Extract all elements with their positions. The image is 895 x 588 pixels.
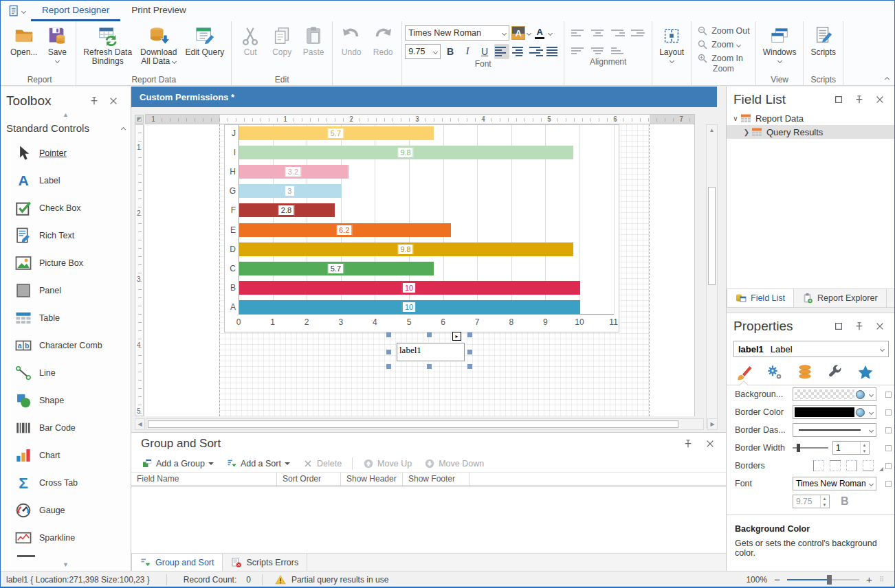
properties-restore-icon[interactable] <box>834 321 843 331</box>
vertical-scrollbar[interactable]: ▲ ▼ <box>706 124 718 428</box>
toolbox-scroll-down-icon[interactable]: ▼ <box>1 561 131 568</box>
font-color-menu[interactable] <box>548 31 553 36</box>
field-list-restore-icon[interactable] <box>834 95 843 104</box>
align-object-middle-icon[interactable] <box>591 45 605 57</box>
app-menu-button[interactable] <box>1 1 31 21</box>
selection-handle[interactable] <box>386 350 391 354</box>
align-left-button[interactable] <box>494 44 509 59</box>
property-checkbox[interactable] <box>885 409 892 416</box>
paste-button[interactable]: Paste <box>298 24 329 58</box>
border-t-button[interactable] <box>830 460 841 471</box>
selection-handle[interactable] <box>386 332 391 337</box>
align-object-top-icon[interactable] <box>571 45 585 57</box>
chevron-down-icon[interactable]: ∨ <box>731 115 740 122</box>
selection-handle[interactable] <box>467 332 472 337</box>
toolbox-item-sparkline[interactable]: Sparkline <box>1 524 131 552</box>
tab-print-preview[interactable]: Print Preview <box>120 1 197 21</box>
properties-pin-icon[interactable] <box>854 321 864 331</box>
properties-close-icon[interactable] <box>875 321 885 331</box>
property-checkbox[interactable] <box>885 463 892 469</box>
panel-splitter[interactable] <box>727 307 895 313</box>
vertical-scroll-thumb[interactable] <box>708 187 716 285</box>
add-a-sort-button[interactable]: Add a Sort <box>221 457 295 471</box>
toolbox-section-standard-controls[interactable]: Standard Controls <box>1 120 131 139</box>
align-object-bottom-icon[interactable] <box>611 45 625 57</box>
layout-wrench-icon[interactable] <box>827 364 843 381</box>
highlight-color-menu[interactable] <box>527 31 531 36</box>
property-checkbox[interactable] <box>885 427 892 433</box>
move-up-button[interactable]: Move Up <box>358 457 417 471</box>
font-family-combo[interactable]: Times New Roman <box>793 477 876 490</box>
border-width-spinner[interactable]: 1▲▼ <box>832 441 870 455</box>
delete-button[interactable]: Delete <box>298 457 346 471</box>
undo-button[interactable]: Undo <box>335 24 367 58</box>
edit-query-button[interactable]: Edit Query <box>181 24 228 58</box>
horizontal-scroll-thumb[interactable] <box>148 420 678 428</box>
selection-handle[interactable] <box>427 332 432 337</box>
border-b-button[interactable] <box>863 460 874 471</box>
selection-handle[interactable] <box>427 364 432 369</box>
border-l-button[interactable] <box>813 460 824 471</box>
column-header-field-name[interactable]: Field Name <box>131 473 277 486</box>
scroll-left-arrow-icon[interactable]: ◀ <box>135 418 145 430</box>
toolbox-item-rich-text[interactable]: Rich Text <box>1 222 131 249</box>
tab-scripts-errors[interactable]: Scripts Errors <box>223 554 307 572</box>
windows-button[interactable]: Windows <box>759 24 801 64</box>
chevron-right-icon[interactable]: ❯ <box>742 128 751 136</box>
underline-button[interactable]: U <box>477 44 492 59</box>
field-list-close-icon[interactable] <box>875 95 885 104</box>
smart-tag-button[interactable]: ▸ <box>452 332 461 341</box>
zoom-out-button[interactable]: Zoom Out <box>697 25 750 36</box>
toolbox-item-pointer[interactable]: Pointer <box>1 139 131 167</box>
toolbox-item-panel[interactable]: Panel <box>1 277 131 304</box>
highlight-color-button[interactable]: A <box>511 26 525 40</box>
scroll-up-arrow-icon[interactable]: ▲ <box>707 126 716 135</box>
label1-control[interactable]: label1 <box>397 343 465 361</box>
align-right-button[interactable] <box>529 44 544 59</box>
refresh-data-bindings-button[interactable]: Refresh DataBindings <box>79 24 136 67</box>
tree-item-query-results[interactable]: ❯Query Results <box>727 125 895 139</box>
toolbox-item-chart[interactable]: Chart <box>1 442 131 469</box>
italic-button[interactable]: I <box>460 44 475 59</box>
selection-handle[interactable] <box>467 364 472 369</box>
chart-control[interactable]: 01234567891011A10B10C5.7D9.8E6.2F2.8G3H3… <box>224 124 619 332</box>
toolbox-pin-icon[interactable] <box>89 96 99 106</box>
group-sort-pin-icon[interactable] <box>683 439 693 449</box>
toolbox-item-picture-box[interactable]: Picture Box <box>1 249 131 277</box>
bold-button[interactable]: B <box>443 44 458 59</box>
toolbox-close-icon[interactable] <box>109 96 118 106</box>
layout-button[interactable]: Layout <box>655 24 688 64</box>
border-dash-combo[interactable] <box>793 423 876 437</box>
ruler-corner-icon[interactable]: ◩ <box>135 115 144 124</box>
document-title-bar[interactable]: Custom Permissions * <box>131 87 717 107</box>
favorites-star-icon[interactable] <box>857 364 874 381</box>
selection-handle[interactable] <box>467 350 472 354</box>
horizontal-scrollbar[interactable]: ◀ ▶ <box>135 418 718 430</box>
zoom-slider-thumb[interactable] <box>827 575 832 585</box>
tab-group-and-sort[interactable]: Group and Sort <box>131 554 223 572</box>
copy-button[interactable]: Copy <box>266 24 298 58</box>
tree-item-report-data[interactable]: ∨Report Data <box>727 111 895 125</box>
column-header-sort-order[interactable]: Sort Order <box>277 473 341 486</box>
save-button[interactable]: Save <box>41 24 73 64</box>
toolbox-item-gauge[interactable]: Gauge <box>1 497 131 524</box>
add-a-group-button[interactable]: Add a Group <box>137 457 219 471</box>
toolbox-item-character-comb[interactable]: abCharacter Comb <box>1 332 131 359</box>
toolbox-scroll-up-icon[interactable]: ▲ <box>1 111 131 120</box>
zoom-in-button[interactable]: Zoom In <box>697 53 750 64</box>
backgroun-picker[interactable] <box>793 387 876 401</box>
property-checkbox[interactable] <box>885 445 892 451</box>
toolbox-item-line[interactable]: Line <box>1 359 131 387</box>
toolbox-item-shape[interactable]: Shape <box>1 387 131 414</box>
font-name-combo[interactable]: Times New Roman <box>405 25 509 41</box>
align-object-center-icon[interactable] <box>591 27 605 39</box>
toolbox-item-cross-tab[interactable]: ΣCross Tab <box>1 469 131 497</box>
zoom-button[interactable]: Zoom <box>697 39 750 50</box>
toolbox-item-table[interactable]: Table <box>1 304 131 332</box>
border-r-button[interactable] <box>846 460 857 471</box>
zoom-in-plus[interactable]: + <box>866 576 872 583</box>
cut-button[interactable]: Cut <box>234 24 266 58</box>
tab-field-list[interactable]: Field List <box>727 289 794 307</box>
align-object-right-icon[interactable] <box>611 27 625 39</box>
borders-expand-icon[interactable] <box>879 467 883 471</box>
